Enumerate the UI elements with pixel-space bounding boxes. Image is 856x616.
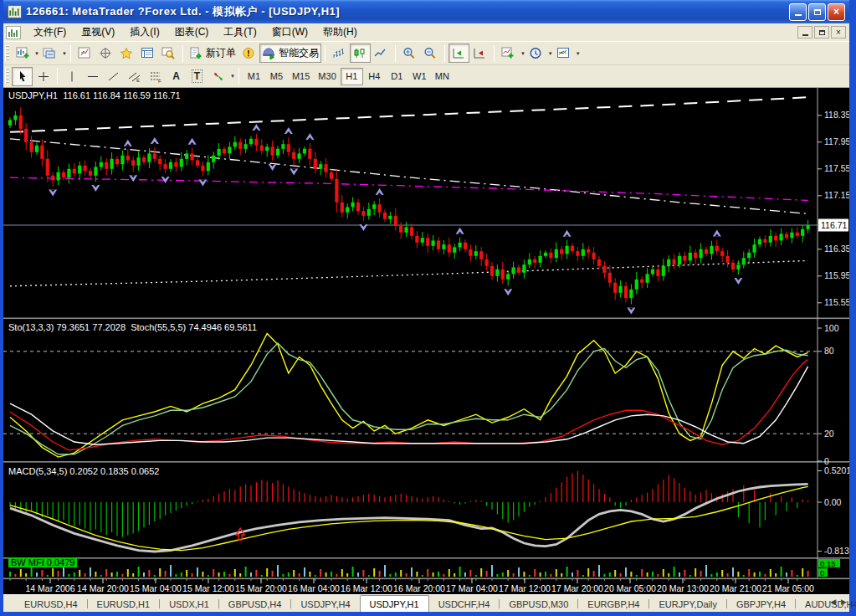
- timeframe-button-h1[interactable]: H1: [341, 68, 363, 85]
- minimize-button[interactable]: [789, 3, 807, 21]
- chart-tab[interactable]: GBPJPY,H4: [727, 597, 795, 612]
- line-chart-button[interactable]: [371, 44, 392, 63]
- chevron-down-icon[interactable]: ▼: [576, 51, 581, 56]
- svg-text:14 Mar 20:00: 14 Mar 20:00: [77, 583, 129, 593]
- child-restore-button[interactable]: [814, 26, 829, 38]
- chart-shift-button[interactable]: [469, 44, 490, 63]
- chart-tab[interactable]: GBPUSD,M30: [500, 597, 577, 612]
- terminal-button[interactable]: [137, 44, 158, 63]
- toolbar-grip[interactable]: [5, 68, 9, 85]
- toolbar-separator: [182, 45, 183, 62]
- profiles-button[interactable]: [39, 44, 60, 63]
- chart-tab[interactable]: USDJPY,H4: [291, 597, 359, 612]
- app-icon: [8, 5, 22, 18]
- svg-text:117.55: 117.55: [824, 163, 849, 173]
- periods-button[interactable]: [525, 44, 546, 63]
- price-chart-canvas[interactable]: 118.35117.95117.55117.15116.35115.95115.…: [3, 88, 849, 594]
- toolbar-separator: [444, 45, 445, 62]
- arrows-tool[interactable]: [208, 67, 228, 86]
- child-restore-icon: [819, 30, 825, 35]
- timeframe-button-w1[interactable]: W1: [408, 68, 431, 85]
- menu-item[interactable]: 显视(V): [74, 23, 122, 41]
- timeframe-button-m30[interactable]: M30: [314, 68, 340, 85]
- chart-tab[interactable]: USDX,H1: [160, 597, 218, 612]
- chart-tab[interactable]: EURUSD,H4: [15, 597, 87, 612]
- restore-button[interactable]: [808, 3, 826, 21]
- timeframe-button-mn[interactable]: MN: [431, 68, 454, 85]
- add-indicator-button[interactable]: [498, 44, 519, 63]
- child-minimize-icon: [802, 34, 808, 36]
- toolbar-separator: [57, 68, 58, 85]
- chevron-down-icon[interactable]: ▼: [62, 51, 67, 56]
- new-chart-button[interactable]: [12, 44, 33, 63]
- chevron-down-icon[interactable]: ▼: [230, 74, 235, 79]
- toolbar-separator: [325, 45, 325, 62]
- svg-text:20: 20: [824, 429, 834, 439]
- zoom-in-button[interactable]: [399, 44, 420, 63]
- menu-item[interactable]: 工具(T): [216, 23, 264, 41]
- chart-area[interactable]: USDJPY,H1 116.61 116.84 116.59 116.71 St…: [3, 88, 849, 594]
- horizontal-line-tool[interactable]: [82, 67, 103, 86]
- tab-scroll-left-button[interactable]: ◀: [830, 598, 836, 606]
- timeframe-button-m1[interactable]: M1: [243, 68, 265, 85]
- stochastic-label: Sto(13,3,3) 79.3651 77.2028 Stoch(55,5,5…: [8, 322, 257, 332]
- menu-item[interactable]: 文件(F): [26, 23, 74, 41]
- menu-item[interactable]: 帮助(H): [315, 23, 365, 41]
- chart-tab[interactable]: EURJPY,Daily: [649, 597, 726, 612]
- svg-text:E: E: [136, 78, 140, 83]
- candlestick-chart-button[interactable]: [350, 44, 371, 63]
- svg-text:100: 100: [824, 323, 839, 333]
- svg-text:20 Mar 13:00: 20 Mar 13:00: [657, 583, 709, 593]
- trendline-tool[interactable]: [103, 67, 124, 86]
- chart-tab[interactable]: USDCHF,H4: [429, 597, 500, 612]
- child-close-button[interactable]: ×: [831, 26, 846, 38]
- timeframe-button-m15[interactable]: M15: [288, 68, 314, 85]
- cursor-tool[interactable]: [12, 67, 33, 86]
- menu-item[interactable]: 窗口(W): [264, 23, 315, 41]
- svg-text:80: 80: [824, 346, 834, 356]
- bar-chart-button[interactable]: [329, 44, 350, 63]
- svg-text:117.15: 117.15: [824, 190, 849, 200]
- alert-button[interactable]: [238, 44, 259, 63]
- chart-tab[interactable]: EURGBP,H4: [578, 597, 648, 612]
- data-window-button[interactable]: [95, 44, 116, 63]
- svg-text:0.15: 0.15: [820, 559, 836, 568]
- svg-text:118.35: 118.35: [824, 110, 849, 120]
- close-button[interactable]: ×: [828, 3, 845, 21]
- auto-scroll-toggle[interactable]: [449, 44, 469, 63]
- menu-item[interactable]: 插入(I): [122, 23, 167, 41]
- chart-tab[interactable]: AUDUSD,H4: [796, 597, 856, 612]
- crosshair-tool[interactable]: [33, 67, 54, 86]
- menu-item[interactable]: 图表(C): [167, 23, 217, 41]
- strategy-tester-button[interactable]: [158, 44, 179, 63]
- new-order-label: 新订单: [206, 46, 236, 60]
- channel-tool[interactable]: E: [124, 67, 145, 86]
- svg-text:16 Mar 20:00: 16 Mar 20:00: [393, 583, 445, 593]
- timeframe-button-d1[interactable]: D1: [386, 68, 408, 85]
- tab-scroll-right-button[interactable]: ▶: [841, 598, 847, 606]
- templates-button[interactable]: [553, 44, 574, 63]
- minimize-icon: [795, 13, 802, 16]
- application-window: 126661: MetaTrader ?Forex Ltd. - 模拟帐户 - …: [0, 0, 856, 616]
- toolbar-separator: [70, 45, 71, 62]
- symbol-ohlc-label: USDJPY,H1 116.61 116.84 116.59 116.71: [8, 90, 181, 100]
- svg-text:14 Mar 2006: 14 Mar 2006: [26, 583, 75, 593]
- chart-tab[interactable]: GBPUSD,H4: [219, 597, 291, 612]
- chart-tab[interactable]: USDJPY,H1: [360, 595, 429, 612]
- text-label-tool[interactable]: T: [187, 67, 208, 86]
- timeframe-button-m5[interactable]: M5: [265, 68, 288, 85]
- zoom-out-button[interactable]: [420, 44, 441, 63]
- expert-advisors-toggle[interactable]: 智能交易: [259, 44, 321, 63]
- child-minimize-button[interactable]: [797, 26, 812, 38]
- navigator-button[interactable]: [116, 44, 137, 63]
- expert-advisors-label: 智能交易: [279, 46, 319, 60]
- vertical-line-tool[interactable]: [61, 67, 82, 86]
- toolbar-grip[interactable]: [5, 45, 9, 62]
- new-order-button[interactable]: 新订单: [187, 44, 238, 63]
- market-watch-button[interactable]: [74, 44, 95, 63]
- chart-tab-bar: EURUSD,H4EURUSD,H1USDX,H1GBPUSD,H4USDJPY…: [3, 594, 849, 612]
- text-tool[interactable]: A: [166, 67, 187, 86]
- chart-tab[interactable]: EURUSD,H1: [88, 597, 160, 612]
- fibonacci-tool[interactable]: F: [145, 67, 166, 86]
- timeframe-button-h4[interactable]: H4: [363, 68, 386, 85]
